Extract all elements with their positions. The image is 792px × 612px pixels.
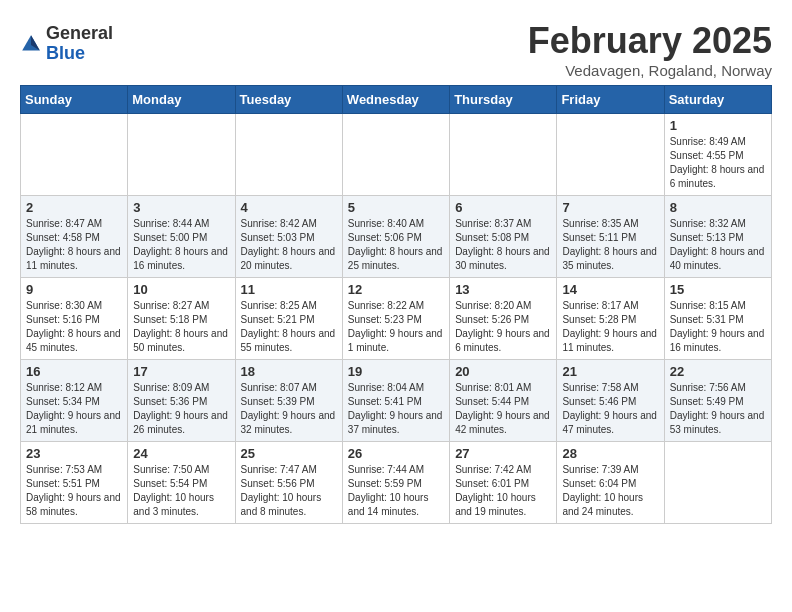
day-number: 28 bbox=[562, 446, 658, 461]
calendar-cell: 9Sunrise: 8:30 AM Sunset: 5:16 PM Daylig… bbox=[21, 278, 128, 360]
day-number: 22 bbox=[670, 364, 766, 379]
day-info: Sunrise: 8:37 AM Sunset: 5:08 PM Dayligh… bbox=[455, 217, 551, 273]
day-info: Sunrise: 7:44 AM Sunset: 5:59 PM Dayligh… bbox=[348, 463, 444, 519]
day-number: 12 bbox=[348, 282, 444, 297]
calendar-cell: 21Sunrise: 7:58 AM Sunset: 5:46 PM Dayli… bbox=[557, 360, 664, 442]
day-number: 20 bbox=[455, 364, 551, 379]
day-info: Sunrise: 7:58 AM Sunset: 5:46 PM Dayligh… bbox=[562, 381, 658, 437]
calendar-week-row: 9Sunrise: 8:30 AM Sunset: 5:16 PM Daylig… bbox=[21, 278, 772, 360]
day-number: 25 bbox=[241, 446, 337, 461]
day-info: Sunrise: 8:30 AM Sunset: 5:16 PM Dayligh… bbox=[26, 299, 122, 355]
day-number: 24 bbox=[133, 446, 229, 461]
day-number: 3 bbox=[133, 200, 229, 215]
weekday-header-cell: Thursday bbox=[450, 86, 557, 114]
day-info: Sunrise: 8:22 AM Sunset: 5:23 PM Dayligh… bbox=[348, 299, 444, 355]
logo: General Blue bbox=[20, 24, 113, 64]
day-info: Sunrise: 7:56 AM Sunset: 5:49 PM Dayligh… bbox=[670, 381, 766, 437]
calendar-cell: 6Sunrise: 8:37 AM Sunset: 5:08 PM Daylig… bbox=[450, 196, 557, 278]
day-number: 19 bbox=[348, 364, 444, 379]
day-number: 13 bbox=[455, 282, 551, 297]
day-number: 7 bbox=[562, 200, 658, 215]
calendar-cell: 18Sunrise: 8:07 AM Sunset: 5:39 PM Dayli… bbox=[235, 360, 342, 442]
day-info: Sunrise: 8:44 AM Sunset: 5:00 PM Dayligh… bbox=[133, 217, 229, 273]
day-number: 1 bbox=[670, 118, 766, 133]
calendar-cell: 19Sunrise: 8:04 AM Sunset: 5:41 PM Dayli… bbox=[342, 360, 449, 442]
day-number: 15 bbox=[670, 282, 766, 297]
title-area: February 2025 Vedavagen, Rogaland, Norwa… bbox=[528, 20, 772, 79]
day-number: 23 bbox=[26, 446, 122, 461]
calendar-cell: 28Sunrise: 7:39 AM Sunset: 6:04 PM Dayli… bbox=[557, 442, 664, 524]
day-info: Sunrise: 8:12 AM Sunset: 5:34 PM Dayligh… bbox=[26, 381, 122, 437]
calendar-cell: 12Sunrise: 8:22 AM Sunset: 5:23 PM Dayli… bbox=[342, 278, 449, 360]
day-info: Sunrise: 8:09 AM Sunset: 5:36 PM Dayligh… bbox=[133, 381, 229, 437]
day-number: 5 bbox=[348, 200, 444, 215]
calendar-cell: 11Sunrise: 8:25 AM Sunset: 5:21 PM Dayli… bbox=[235, 278, 342, 360]
calendar-cell: 1Sunrise: 8:49 AM Sunset: 4:55 PM Daylig… bbox=[664, 114, 771, 196]
calendar-cell: 10Sunrise: 8:27 AM Sunset: 5:18 PM Dayli… bbox=[128, 278, 235, 360]
calendar-cell: 26Sunrise: 7:44 AM Sunset: 5:59 PM Dayli… bbox=[342, 442, 449, 524]
calendar-cell: 23Sunrise: 7:53 AM Sunset: 5:51 PM Dayli… bbox=[21, 442, 128, 524]
calendar-cell: 7Sunrise: 8:35 AM Sunset: 5:11 PM Daylig… bbox=[557, 196, 664, 278]
weekday-header-cell: Saturday bbox=[664, 86, 771, 114]
calendar-cell bbox=[128, 114, 235, 196]
calendar-cell bbox=[235, 114, 342, 196]
day-number: 17 bbox=[133, 364, 229, 379]
day-info: Sunrise: 8:25 AM Sunset: 5:21 PM Dayligh… bbox=[241, 299, 337, 355]
day-info: Sunrise: 8:27 AM Sunset: 5:18 PM Dayligh… bbox=[133, 299, 229, 355]
calendar-cell bbox=[450, 114, 557, 196]
calendar-table: SundayMondayTuesdayWednesdayThursdayFrid… bbox=[20, 85, 772, 524]
day-info: Sunrise: 8:01 AM Sunset: 5:44 PM Dayligh… bbox=[455, 381, 551, 437]
calendar-cell: 17Sunrise: 8:09 AM Sunset: 5:36 PM Dayli… bbox=[128, 360, 235, 442]
calendar-week-row: 2Sunrise: 8:47 AM Sunset: 4:58 PM Daylig… bbox=[21, 196, 772, 278]
day-info: Sunrise: 7:42 AM Sunset: 6:01 PM Dayligh… bbox=[455, 463, 551, 519]
calendar-cell: 2Sunrise: 8:47 AM Sunset: 4:58 PM Daylig… bbox=[21, 196, 128, 278]
calendar-cell: 25Sunrise: 7:47 AM Sunset: 5:56 PM Dayli… bbox=[235, 442, 342, 524]
calendar-cell bbox=[557, 114, 664, 196]
day-info: Sunrise: 7:53 AM Sunset: 5:51 PM Dayligh… bbox=[26, 463, 122, 519]
day-number: 10 bbox=[133, 282, 229, 297]
day-info: Sunrise: 8:49 AM Sunset: 4:55 PM Dayligh… bbox=[670, 135, 766, 191]
day-info: Sunrise: 8:15 AM Sunset: 5:31 PM Dayligh… bbox=[670, 299, 766, 355]
day-info: Sunrise: 8:17 AM Sunset: 5:28 PM Dayligh… bbox=[562, 299, 658, 355]
weekday-header-row: SundayMondayTuesdayWednesdayThursdayFrid… bbox=[21, 86, 772, 114]
day-number: 6 bbox=[455, 200, 551, 215]
logo-blue-text: Blue bbox=[46, 44, 113, 64]
day-number: 16 bbox=[26, 364, 122, 379]
day-info: Sunrise: 7:39 AM Sunset: 6:04 PM Dayligh… bbox=[562, 463, 658, 519]
calendar-cell: 20Sunrise: 8:01 AM Sunset: 5:44 PM Dayli… bbox=[450, 360, 557, 442]
day-info: Sunrise: 7:50 AM Sunset: 5:54 PM Dayligh… bbox=[133, 463, 229, 519]
day-info: Sunrise: 8:42 AM Sunset: 5:03 PM Dayligh… bbox=[241, 217, 337, 273]
day-number: 26 bbox=[348, 446, 444, 461]
day-info: Sunrise: 8:32 AM Sunset: 5:13 PM Dayligh… bbox=[670, 217, 766, 273]
calendar-cell: 22Sunrise: 7:56 AM Sunset: 5:49 PM Dayli… bbox=[664, 360, 771, 442]
weekday-header-cell: Wednesday bbox=[342, 86, 449, 114]
day-info: Sunrise: 8:07 AM Sunset: 5:39 PM Dayligh… bbox=[241, 381, 337, 437]
calendar-cell bbox=[21, 114, 128, 196]
calendar-cell bbox=[342, 114, 449, 196]
logo-general-text: General bbox=[46, 24, 113, 44]
day-info: Sunrise: 8:35 AM Sunset: 5:11 PM Dayligh… bbox=[562, 217, 658, 273]
day-number: 4 bbox=[241, 200, 337, 215]
weekday-header-cell: Tuesday bbox=[235, 86, 342, 114]
day-number: 18 bbox=[241, 364, 337, 379]
day-number: 11 bbox=[241, 282, 337, 297]
day-number: 27 bbox=[455, 446, 551, 461]
calendar-cell: 24Sunrise: 7:50 AM Sunset: 5:54 PM Dayli… bbox=[128, 442, 235, 524]
day-info: Sunrise: 7:47 AM Sunset: 5:56 PM Dayligh… bbox=[241, 463, 337, 519]
calendar-week-row: 1Sunrise: 8:49 AM Sunset: 4:55 PM Daylig… bbox=[21, 114, 772, 196]
calendar-cell: 15Sunrise: 8:15 AM Sunset: 5:31 PM Dayli… bbox=[664, 278, 771, 360]
day-info: Sunrise: 8:04 AM Sunset: 5:41 PM Dayligh… bbox=[348, 381, 444, 437]
calendar-cell bbox=[664, 442, 771, 524]
calendar-cell: 8Sunrise: 8:32 AM Sunset: 5:13 PM Daylig… bbox=[664, 196, 771, 278]
weekday-header-cell: Monday bbox=[128, 86, 235, 114]
header: General Blue February 2025 Vedavagen, Ro… bbox=[20, 20, 772, 79]
weekday-header-cell: Friday bbox=[557, 86, 664, 114]
subtitle: Vedavagen, Rogaland, Norway bbox=[528, 62, 772, 79]
calendar-week-row: 16Sunrise: 8:12 AM Sunset: 5:34 PM Dayli… bbox=[21, 360, 772, 442]
main-title: February 2025 bbox=[528, 20, 772, 62]
day-number: 9 bbox=[26, 282, 122, 297]
calendar-cell: 27Sunrise: 7:42 AM Sunset: 6:01 PM Dayli… bbox=[450, 442, 557, 524]
day-number: 8 bbox=[670, 200, 766, 215]
calendar-cell: 16Sunrise: 8:12 AM Sunset: 5:34 PM Dayli… bbox=[21, 360, 128, 442]
day-info: Sunrise: 8:40 AM Sunset: 5:06 PM Dayligh… bbox=[348, 217, 444, 273]
